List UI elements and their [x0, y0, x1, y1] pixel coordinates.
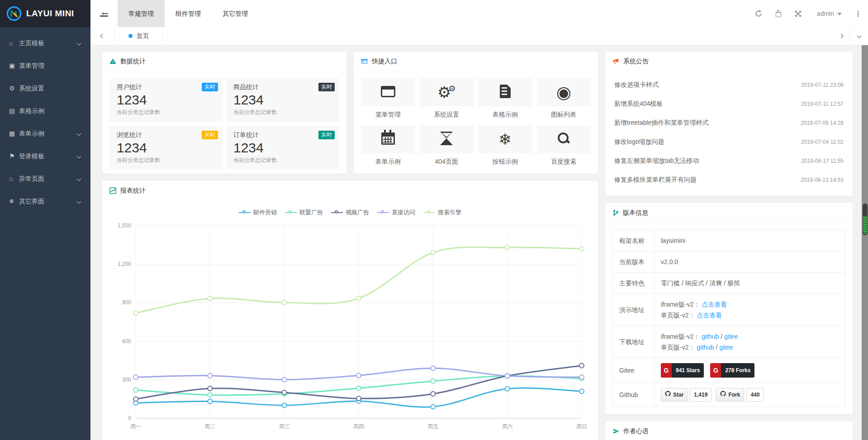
- link-gitee[interactable]: gitee: [724, 333, 738, 340]
- link-github[interactable]: github: [702, 333, 719, 340]
- notice-item-5[interactable]: 修复多模块菜单栏展开有问题2019-06-13 14:53: [614, 170, 844, 189]
- notice-time: 2019-07-04 11:02: [801, 139, 844, 145]
- stat-label: 浏览统计: [117, 131, 215, 139]
- chevron-down-icon: [857, 34, 862, 38]
- header-toolbar: admin ⋮: [741, 0, 868, 27]
- refresh-button[interactable]: [755, 10, 762, 17]
- bullhorn-icon: [612, 58, 619, 65]
- tabs-operations-button[interactable]: [850, 27, 868, 45]
- tab-home[interactable]: 首页: [115, 27, 163, 45]
- version-link-line: iframe版-v2： github / gitee: [661, 331, 839, 342]
- shortcut-2[interactable]: 表格示例: [478, 78, 532, 119]
- github-fork-button[interactable]: Fork: [716, 388, 744, 402]
- sidebar-item-5[interactable]: ⚑登录模板: [0, 145, 90, 167]
- main-content: 数据统计 用户统计1234当前分类总记录数实时商品统计1234当前分类总记录数实…: [90, 45, 862, 440]
- chart-legend: 邮件营销联盟广告视频广告直接访问搜索引擎: [102, 200, 598, 218]
- shortcut-1[interactable]: ⚙⚙系统设置: [420, 78, 474, 119]
- notice-item-0[interactable]: 修改选项卡样式2019-07-11 23:06: [614, 76, 844, 95]
- legend-marker: [331, 212, 343, 213]
- svg-text:1,500: 1,500: [118, 222, 131, 229]
- legend-item-3[interactable]: 直接访问: [377, 208, 415, 217]
- flag-icon: ⚑: [9, 145, 19, 167]
- version-value: v2.0.0: [661, 258, 678, 265]
- chevron-right-icon: [839, 34, 844, 38]
- version-row-0: 框架名称layuimini: [613, 230, 845, 251]
- legend-label: 视频广告: [346, 208, 369, 217]
- sidebar-item-6[interactable]: ⌂异常页面: [0, 167, 90, 190]
- gitee-badge[interactable]: G278 Forks: [710, 363, 754, 378]
- notice-time: 2019-07-11 12:57: [801, 101, 844, 107]
- header-tab-0[interactable]: 常规管理: [118, 0, 165, 27]
- header-tab-2[interactable]: 其它管理: [212, 0, 259, 27]
- stats-card: 数据统计 用户统计1234当前分类总记录数实时商品统计1234当前分类总记录数实…: [102, 52, 346, 174]
- link-点击查看[interactable]: 点击查看: [697, 312, 722, 319]
- page-scrollbar[interactable]: [862, 45, 868, 440]
- legend-item-4[interactable]: 搜索引擎: [423, 208, 461, 217]
- stat-box-3[interactable]: 订单统计1234当前分类总记录数实时: [226, 126, 339, 170]
- tabs-scroll-right-button[interactable]: [832, 27, 850, 45]
- shortcut-6[interactable]: ❄按钮示例: [478, 125, 532, 166]
- logo[interactable]: LAYUI MINI: [0, 0, 90, 27]
- version-row-5: GiteeG941 StarsG278 Forks: [613, 358, 845, 383]
- svg-text:1,200: 1,200: [118, 261, 131, 267]
- stat-box-0[interactable]: 用户统计1234当前分类总记录数实时: [109, 78, 223, 122]
- notice-item-2[interactable]: 新增treetable插件和菜单管理样式2019-07-05 14:28: [614, 114, 844, 132]
- gitee-badge[interactable]: G941 Stars: [661, 363, 704, 378]
- link-点击查看[interactable]: 点击查看: [702, 301, 727, 308]
- link-gitee[interactable]: gitee: [719, 344, 733, 351]
- more-menu-button[interactable]: ⋮: [854, 9, 862, 18]
- shortcut-7[interactable]: 百度搜索: [537, 125, 591, 166]
- fullscreen-button[interactable]: [795, 10, 802, 17]
- notice-item-1[interactable]: 新增系统404模板2019-07-11 12:57: [614, 95, 844, 114]
- sidebar-item-7[interactable]: ❄其它界面: [0, 190, 90, 213]
- author-card: 作者心语 本模板基于layui2.5.4以及font-awesome-4.7.0…: [605, 421, 853, 440]
- github-fork-count[interactable]: 440: [746, 388, 764, 402]
- user-menu[interactable]: admin: [817, 10, 842, 17]
- sidebar-item-1[interactable]: ▣菜单管理: [0, 54, 90, 77]
- dot-circle-icon: ◉: [556, 84, 571, 101]
- paper-plane-icon: [612, 428, 619, 435]
- sidebar-item-3[interactable]: ▤表格示例: [0, 99, 90, 122]
- legend-item-1[interactable]: 联盟广告: [285, 208, 323, 217]
- github-star-button[interactable]: Star: [661, 388, 688, 402]
- search-icon: [557, 132, 570, 147]
- user-name: admin: [817, 10, 834, 17]
- tabs-scroll-left-button[interactable]: [90, 27, 115, 45]
- header-tab-1[interactable]: 组件管理: [165, 0, 212, 27]
- shortcut-3[interactable]: ◉图标列表: [537, 78, 591, 119]
- shortcuts-card-header: 快捷入口: [354, 52, 598, 71]
- gitee-icon: G: [710, 363, 721, 378]
- github-star-count[interactable]: 1,419: [690, 388, 711, 402]
- stat-box-1[interactable]: 商品统计1234当前分类总记录数实时: [226, 78, 339, 122]
- legend-item-0[interactable]: 邮件营销: [239, 208, 277, 217]
- clear-cache-button[interactable]: [776, 10, 781, 17]
- stat-desc: 当前分类总记录数: [233, 109, 332, 116]
- legend-item-2[interactable]: 视频广告: [331, 208, 369, 217]
- notice-item-3[interactable]: 修改logo缩放问题2019-07-04 11:02: [614, 132, 844, 151]
- hourglass-icon: [440, 132, 453, 147]
- github-icon: [665, 389, 671, 400]
- shortcut-4[interactable]: 表单示例: [361, 125, 415, 166]
- version-link-line: 单页版-v2： github / gitee: [661, 342, 839, 353]
- shortcut-5[interactable]: 404页面: [420, 125, 474, 166]
- notice-item-4[interactable]: 修复左侧菜单缩放tab无法移动2019-06-17 11:55: [614, 151, 844, 170]
- scrollbar-thumb[interactable]: [863, 203, 868, 235]
- home-icon: ⌂: [9, 32, 19, 54]
- version-card-title: 版本信息: [623, 203, 648, 222]
- sidebar-collapse-button[interactable]: [90, 0, 118, 27]
- line-chart-icon: [109, 187, 116, 194]
- stat-box-2[interactable]: 浏览统计1234当前分类总记录数实时: [109, 126, 223, 170]
- stat-label: 用户统计: [117, 83, 215, 91]
- version-link-line: 单页版-v2： 点击查看: [661, 310, 839, 321]
- sidebar-item-0[interactable]: ⌂主页模板: [0, 32, 90, 54]
- shortcut-0[interactable]: 菜单管理: [361, 78, 415, 119]
- sidebar-item-4[interactable]: ▦表单示例: [0, 122, 90, 145]
- sidebar-item-2[interactable]: ⚙系统设置: [0, 77, 90, 99]
- report-chart: 03006009001,2001,500周一周二周三周四周五周六周日: [102, 219, 598, 436]
- notice-card-title: 系统公告: [623, 52, 649, 71]
- stats-card-title: 数据统计: [120, 52, 146, 71]
- stat-desc: 当前分类总记录数: [233, 156, 332, 164]
- link-github[interactable]: github: [697, 344, 714, 351]
- version-link-line: iframe版-v2： 点击查看: [661, 299, 839, 310]
- version-table: 框架名称layuimini当前版本v2.0.0主要特色零门槛 / 响应式 / 清…: [612, 230, 845, 407]
